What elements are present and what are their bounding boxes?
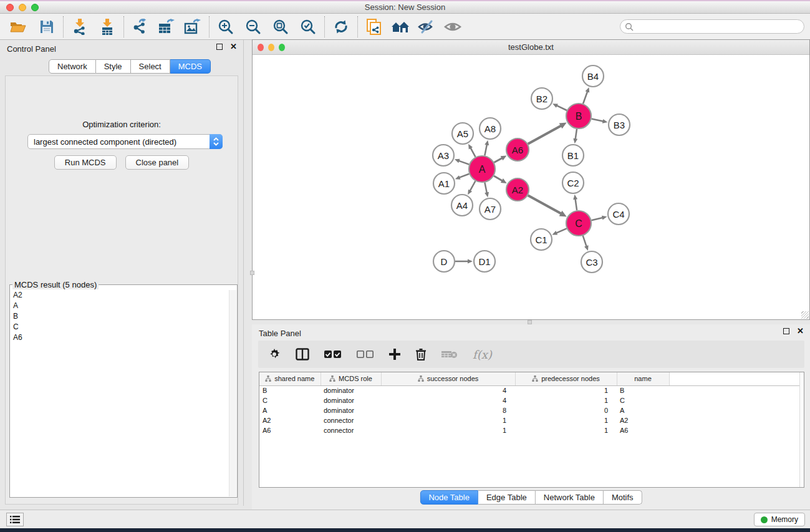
graph-node-A5[interactable]: A5 — [452, 123, 473, 144]
graph-edge-C-C1[interactable] — [556, 228, 567, 233]
tab-network-table[interactable]: Network Table — [536, 490, 604, 505]
graph-node-B1[interactable]: B1 — [562, 145, 584, 166]
graph-node-C[interactable]: C — [566, 211, 591, 236]
graph-edge-A6-B[interactable] — [528, 125, 562, 144]
import-table-icon[interactable] — [97, 16, 118, 37]
graph-edge-A-A1[interactable] — [458, 174, 469, 178]
table-scrollbar[interactable] — [799, 372, 804, 487]
delete-row-icon[interactable] — [415, 346, 427, 362]
resize-handle-bottom[interactable] — [528, 320, 532, 324]
column-header[interactable]: predecessor nodes — [515, 372, 617, 385]
deselect-all-icon[interactable] — [357, 346, 374, 362]
network-canvas[interactable]: AA6A2BCA5A8A3A1A4A7B4B2B3B1C2C4C1C3DD1 — [253, 56, 809, 319]
show-all-icon[interactable] — [442, 16, 463, 37]
graph-node-A1[interactable]: A1 — [433, 173, 455, 194]
duplicate-network-icon[interactable] — [364, 16, 385, 37]
graph-node-A[interactable]: A — [469, 156, 495, 182]
import-network-icon[interactable] — [69, 16, 90, 37]
list-item[interactable]: A — [11, 301, 229, 311]
graph-edge-B-B1[interactable] — [576, 129, 577, 140]
tab-node-table[interactable]: Node Table — [420, 490, 478, 505]
graph-node-B[interactable]: B — [566, 104, 591, 128]
network-window-titlebar[interactable]: testGlobe.txt — [253, 40, 809, 55]
list-item[interactable]: B — [11, 311, 229, 322]
tab-select[interactable]: Select — [131, 59, 170, 74]
close-table-panel-icon[interactable]: ✕ — [797, 328, 804, 334]
graph-node-D[interactable]: D — [433, 251, 455, 272]
graph-edge-B-B2[interactable] — [556, 105, 567, 110]
tab-network[interactable]: Network — [49, 59, 96, 74]
result-scrollbar[interactable] — [229, 290, 236, 496]
network-graph[interactable]: AA6A2BCA5A8A3A1A4A7B4B2B3B1C2C4C1C3DD1 — [253, 56, 809, 320]
zoom-in-icon[interactable] — [215, 16, 236, 37]
table-row[interactable]: Bdominator41B — [259, 385, 804, 395]
tab-style[interactable]: Style — [96, 59, 131, 74]
graph-node-A8[interactable]: A8 — [480, 118, 501, 139]
export-table-icon[interactable] — [156, 16, 177, 37]
graph-node-C2[interactable]: C2 — [562, 172, 584, 193]
zoom-selected-icon[interactable] — [297, 16, 319, 37]
hide-selected-icon[interactable] — [416, 16, 437, 37]
graph-edge-C-C2[interactable] — [575, 198, 577, 210]
column-header[interactable]: shared name — [259, 372, 321, 385]
graph-node-C1[interactable]: C1 — [531, 229, 552, 250]
graph-edge-B-B3[interactable] — [592, 118, 604, 121]
graph-node-A7[interactable]: A7 — [480, 198, 501, 220]
close-panel-button[interactable]: Close panel — [125, 155, 190, 170]
graph-edge-A2-C[interactable] — [528, 195, 562, 214]
zoom-out-icon[interactable] — [243, 16, 264, 37]
search-input[interactable] — [620, 19, 804, 34]
graph-node-C3[interactable]: C3 — [581, 251, 602, 273]
zoom-network-button[interactable] — [279, 44, 285, 51]
graph-edge-A-A2[interactable] — [494, 176, 503, 181]
list-item[interactable]: C — [11, 322, 229, 332]
zoom-fit-icon[interactable] — [270, 16, 291, 37]
graph-edge-A-A6[interactable] — [494, 158, 503, 163]
list-item[interactable]: A2 — [11, 290, 229, 301]
table-row[interactable]: A2connector11A2 — [259, 415, 804, 425]
close-window-button[interactable] — [6, 4, 14, 11]
graph-edge-C-C3[interactable] — [583, 236, 587, 247]
graph-node-B2[interactable]: B2 — [531, 88, 552, 109]
tab-mcds[interactable]: MCDS — [170, 59, 211, 74]
add-row-icon[interactable] — [389, 346, 400, 362]
export-network-icon[interactable] — [130, 16, 151, 37]
close-network-button[interactable] — [258, 44, 264, 51]
graph-node-B4[interactable]: B4 — [582, 65, 604, 87]
tab-motifs[interactable]: Motifs — [604, 490, 642, 505]
graph-edge-C-C4[interactable] — [591, 218, 603, 221]
refresh-icon[interactable] — [330, 16, 352, 37]
resize-grip-icon[interactable] — [801, 311, 809, 319]
float-panel-icon[interactable] — [216, 44, 223, 50]
run-mcds-button[interactable]: Run MCDS — [54, 155, 117, 170]
graph-node-C4[interactable]: C4 — [608, 203, 629, 225]
optimization-criterion-select[interactable]: largest connected component (directed) — [27, 134, 223, 149]
column-header[interactable]: MCDS role — [321, 372, 381, 385]
save-session-icon[interactable] — [36, 16, 57, 37]
graph-edge-A-A8[interactable] — [485, 144, 487, 156]
graph-edge-A-A7[interactable] — [485, 183, 487, 194]
first-neighbors-icon[interactable] — [390, 16, 411, 37]
graph-node-B3[interactable]: B3 — [609, 114, 630, 135]
zoom-window-button[interactable] — [31, 4, 39, 11]
graph-node-A2[interactable]: A2 — [506, 178, 529, 201]
graph-edge-A-A3[interactable] — [458, 160, 470, 164]
float-table-panel-icon[interactable] — [783, 328, 789, 334]
graph-edge-A-A4[interactable] — [470, 181, 475, 191]
table-options-icon[interactable] — [268, 346, 281, 362]
column-header[interactable]: successor nodes — [381, 372, 515, 385]
table-row[interactable]: A6connector11A6 — [259, 425, 804, 435]
minimize-network-button[interactable] — [268, 44, 274, 51]
table-row[interactable]: Adominator80A — [259, 405, 804, 415]
graph-edge-B-B4[interactable] — [583, 91, 587, 104]
resize-handle-left[interactable] — [250, 271, 254, 275]
graph-node-A3[interactable]: A3 — [433, 145, 454, 166]
close-panel-icon[interactable]: ✕ — [230, 44, 237, 50]
graph-edge-A-A5[interactable] — [470, 147, 476, 157]
memory-button[interactable]: Memory — [754, 513, 805, 526]
graph-node-D1[interactable]: D1 — [474, 251, 495, 272]
task-history-button[interactable] — [6, 513, 24, 526]
graph-node-A6[interactable]: A6 — [506, 138, 529, 161]
tab-edge-table[interactable]: Edge Table — [478, 490, 536, 505]
export-image-icon[interactable] — [182, 16, 203, 37]
